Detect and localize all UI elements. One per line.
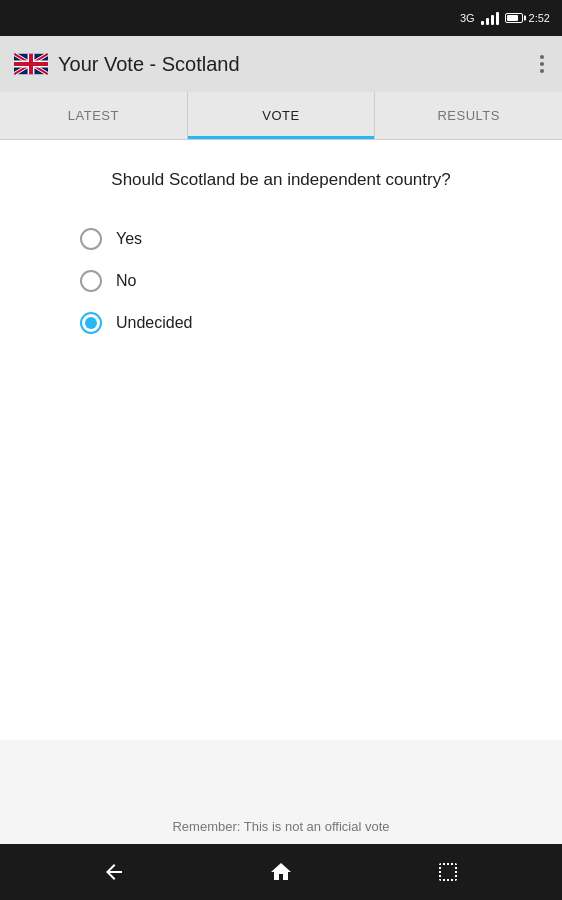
battery-icon <box>505 13 523 23</box>
overflow-menu-button[interactable] <box>536 49 548 79</box>
recents-button[interactable] <box>428 852 468 892</box>
option-undecided-label: Undecided <box>116 314 193 332</box>
overflow-dot-3 <box>540 69 544 73</box>
signal-icon <box>481 11 499 25</box>
app-title: Your Vote - Scotland <box>58 53 240 76</box>
app-bar: Your Vote - Scotland <box>0 36 562 92</box>
status-bar: 3G 2:52 <box>0 0 562 36</box>
overflow-dot-1 <box>540 55 544 59</box>
radio-no[interactable] <box>80 270 102 292</box>
tab-results[interactable]: RESULTS <box>375 92 562 139</box>
uk-flag-icon <box>14 53 48 75</box>
option-undecided[interactable]: Undecided <box>20 304 542 342</box>
app-bar-left: Your Vote - Scotland <box>14 53 240 76</box>
option-yes-label: Yes <box>116 230 142 248</box>
tab-latest[interactable]: LATEST <box>0 92 188 139</box>
time-display: 2:52 <box>529 12 550 24</box>
option-no-label: No <box>116 272 136 290</box>
radio-yes[interactable] <box>80 228 102 250</box>
home-button[interactable] <box>261 852 301 892</box>
network-indicator: 3G <box>460 12 475 24</box>
option-no[interactable]: No <box>20 262 542 300</box>
tab-bar: LATEST VOTE RESULTS <box>0 92 562 140</box>
main-content: Should Scotland be an independent countr… <box>0 140 562 740</box>
radio-undecided[interactable] <box>80 312 102 334</box>
footer-disclaimer: Remember: This is not an official vote <box>0 809 562 844</box>
overflow-dot-2 <box>540 62 544 66</box>
nav-bar <box>0 844 562 900</box>
option-yes[interactable]: Yes <box>20 220 542 258</box>
back-button[interactable] <box>94 852 134 892</box>
tab-vote[interactable]: VOTE <box>188 92 376 139</box>
question-text: Should Scotland be an independent countr… <box>20 170 542 190</box>
